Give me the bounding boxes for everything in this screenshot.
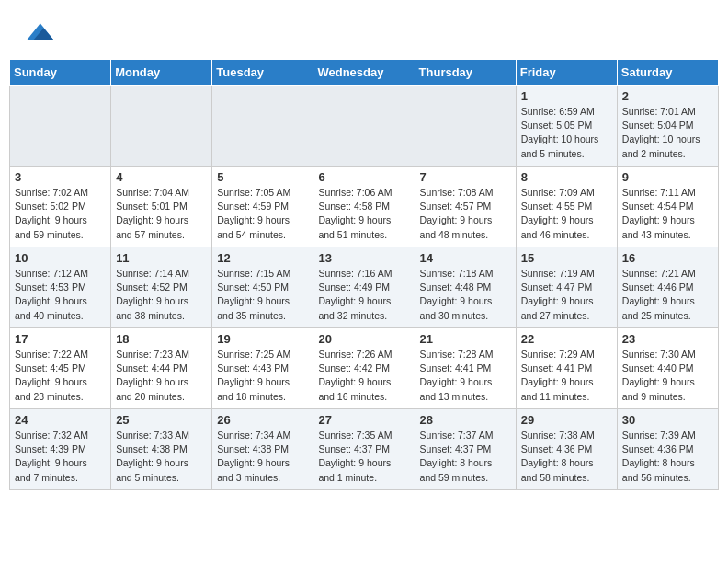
day-info: Sunrise: 7:38 AMSunset: 4:36 PMDaylight:… (521, 429, 612, 485)
day-number: 5 (217, 170, 308, 184)
day-number: 18 (116, 332, 207, 346)
day-info: Sunrise: 7:04 AMSunset: 5:01 PMDaylight:… (116, 186, 207, 242)
day-info: Sunrise: 7:15 AMSunset: 4:50 PMDaylight:… (217, 267, 308, 323)
weekday-friday: Friday (516, 60, 617, 86)
day-number: 8 (521, 170, 612, 184)
calendar-cell: 16Sunrise: 7:21 AMSunset: 4:46 PMDayligh… (617, 247, 718, 328)
calendar-cell: 23Sunrise: 7:30 AMSunset: 4:40 PMDayligh… (617, 328, 718, 409)
page-header (0, 0, 728, 59)
day-info: Sunrise: 7:06 AMSunset: 4:58 PMDaylight:… (318, 186, 409, 242)
calendar-cell: 28Sunrise: 7:37 AMSunset: 4:37 PMDayligh… (415, 409, 516, 490)
day-number: 12 (217, 251, 308, 265)
day-info: Sunrise: 7:28 AMSunset: 4:41 PMDaylight:… (420, 348, 511, 404)
day-info: Sunrise: 7:08 AMSunset: 4:57 PMDaylight:… (420, 186, 511, 242)
day-info: Sunrise: 7:05 AMSunset: 4:59 PMDaylight:… (217, 186, 308, 242)
day-info: Sunrise: 7:09 AMSunset: 4:55 PMDaylight:… (521, 186, 612, 242)
calendar-cell: 17Sunrise: 7:22 AMSunset: 4:45 PMDayligh… (10, 328, 111, 409)
day-info: Sunrise: 7:01 AMSunset: 5:04 PMDaylight:… (622, 105, 713, 161)
calendar-week-3: 17Sunrise: 7:22 AMSunset: 4:45 PMDayligh… (10, 328, 719, 409)
day-number: 2 (622, 89, 713, 103)
calendar-cell: 14Sunrise: 7:18 AMSunset: 4:48 PMDayligh… (415, 247, 516, 328)
day-number: 20 (318, 332, 409, 346)
day-number: 24 (15, 413, 106, 427)
day-number: 13 (318, 251, 409, 265)
day-info: Sunrise: 7:32 AMSunset: 4:39 PMDaylight:… (15, 429, 106, 485)
calendar-cell: 29Sunrise: 7:38 AMSunset: 4:36 PMDayligh… (516, 409, 617, 490)
calendar-cell: 21Sunrise: 7:28 AMSunset: 4:41 PMDayligh… (415, 328, 516, 409)
day-number: 16 (622, 251, 713, 265)
calendar-cell: 13Sunrise: 7:16 AMSunset: 4:49 PMDayligh… (313, 247, 415, 328)
day-info: Sunrise: 7:30 AMSunset: 4:40 PMDaylight:… (622, 348, 713, 404)
day-info: Sunrise: 7:35 AMSunset: 4:37 PMDaylight:… (318, 429, 409, 485)
day-info: Sunrise: 7:11 AMSunset: 4:54 PMDaylight:… (622, 186, 713, 242)
day-info: Sunrise: 7:37 AMSunset: 4:37 PMDaylight:… (420, 429, 511, 485)
logo-icon (22, 17, 55, 50)
calendar-cell: 3Sunrise: 7:02 AMSunset: 5:02 PMDaylight… (10, 167, 111, 247)
day-number: 19 (217, 332, 308, 346)
calendar-cell (111, 86, 212, 167)
day-number: 26 (217, 413, 308, 427)
calendar-cell: 12Sunrise: 7:15 AMSunset: 4:50 PMDayligh… (212, 247, 313, 328)
calendar-cell: 19Sunrise: 7:25 AMSunset: 4:43 PMDayligh… (212, 328, 313, 409)
day-info: Sunrise: 7:26 AMSunset: 4:42 PMDaylight:… (318, 348, 409, 404)
calendar-cell: 11Sunrise: 7:14 AMSunset: 4:52 PMDayligh… (111, 247, 212, 328)
weekday-wednesday: Wednesday (313, 60, 415, 86)
day-info: Sunrise: 7:22 AMSunset: 4:45 PMDaylight:… (15, 348, 106, 404)
day-info: Sunrise: 7:14 AMSunset: 4:52 PMDaylight:… (116, 267, 207, 323)
day-info: Sunrise: 7:19 AMSunset: 4:47 PMDaylight:… (521, 267, 612, 323)
weekday-monday: Monday (111, 60, 212, 86)
day-info: Sunrise: 7:12 AMSunset: 4:53 PMDaylight:… (15, 267, 106, 323)
calendar-cell: 20Sunrise: 7:26 AMSunset: 4:42 PMDayligh… (313, 328, 415, 409)
day-info: Sunrise: 7:16 AMSunset: 4:49 PMDaylight:… (318, 267, 409, 323)
day-info: Sunrise: 7:25 AMSunset: 4:43 PMDaylight:… (217, 348, 308, 404)
calendar-cell (212, 86, 313, 167)
day-number: 25 (116, 413, 207, 427)
day-info: Sunrise: 7:34 AMSunset: 4:38 PMDaylight:… (217, 429, 308, 485)
day-number: 9 (622, 170, 713, 184)
day-info: Sunrise: 7:02 AMSunset: 5:02 PMDaylight:… (15, 186, 106, 242)
day-info: Sunrise: 7:29 AMSunset: 4:41 PMDaylight:… (521, 348, 612, 404)
calendar-cell: 7Sunrise: 7:08 AMSunset: 4:57 PMDaylight… (415, 167, 516, 247)
day-info: Sunrise: 7:33 AMSunset: 4:38 PMDaylight:… (116, 429, 207, 485)
day-info: Sunrise: 6:59 AMSunset: 5:05 PMDaylight:… (521, 105, 612, 161)
calendar-cell: 4Sunrise: 7:04 AMSunset: 5:01 PMDaylight… (111, 167, 212, 247)
calendar-cell (415, 86, 516, 167)
calendar-cell: 15Sunrise: 7:19 AMSunset: 4:47 PMDayligh… (516, 247, 617, 328)
calendar-week-0: 1Sunrise: 6:59 AMSunset: 5:05 PMDaylight… (10, 86, 719, 167)
calendar-cell: 22Sunrise: 7:29 AMSunset: 4:41 PMDayligh… (516, 328, 617, 409)
day-number: 30 (622, 413, 713, 427)
calendar-cell (313, 86, 415, 167)
calendar-week-4: 24Sunrise: 7:32 AMSunset: 4:39 PMDayligh… (10, 409, 719, 490)
calendar-week-1: 3Sunrise: 7:02 AMSunset: 5:02 PMDaylight… (10, 167, 719, 247)
day-number: 4 (116, 170, 207, 184)
calendar-week-2: 10Sunrise: 7:12 AMSunset: 4:53 PMDayligh… (10, 247, 719, 328)
calendar-cell: 9Sunrise: 7:11 AMSunset: 4:54 PMDaylight… (617, 167, 718, 247)
day-number: 23 (622, 332, 713, 346)
calendar-cell: 5Sunrise: 7:05 AMSunset: 4:59 PMDaylight… (212, 167, 313, 247)
day-number: 11 (116, 251, 207, 265)
calendar-cell: 24Sunrise: 7:32 AMSunset: 4:39 PMDayligh… (10, 409, 111, 490)
calendar-cell: 8Sunrise: 7:09 AMSunset: 4:55 PMDaylight… (516, 167, 617, 247)
day-number: 10 (15, 251, 106, 265)
day-number: 15 (521, 251, 612, 265)
day-info: Sunrise: 7:18 AMSunset: 4:48 PMDaylight:… (420, 267, 511, 323)
weekday-header-row: SundayMondayTuesdayWednesdayThursdayFrid… (10, 60, 719, 86)
logo (22, 17, 61, 50)
weekday-sunday: Sunday (10, 60, 111, 86)
day-info: Sunrise: 7:39 AMSunset: 4:36 PMDaylight:… (622, 429, 713, 485)
calendar-cell (10, 86, 111, 167)
day-number: 6 (318, 170, 409, 184)
calendar-cell: 25Sunrise: 7:33 AMSunset: 4:38 PMDayligh… (111, 409, 212, 490)
day-info: Sunrise: 7:21 AMSunset: 4:46 PMDaylight:… (622, 267, 713, 323)
day-number: 14 (420, 251, 511, 265)
page-container: SundayMondayTuesdayWednesdayThursdayFrid… (0, 0, 728, 490)
day-number: 28 (420, 413, 511, 427)
calendar-cell: 26Sunrise: 7:34 AMSunset: 4:38 PMDayligh… (212, 409, 313, 490)
day-number: 21 (420, 332, 511, 346)
calendar-cell: 30Sunrise: 7:39 AMSunset: 4:36 PMDayligh… (617, 409, 718, 490)
weekday-thursday: Thursday (415, 60, 516, 86)
day-info: Sunrise: 7:23 AMSunset: 4:44 PMDaylight:… (116, 348, 207, 404)
weekday-tuesday: Tuesday (212, 60, 313, 86)
calendar-cell: 27Sunrise: 7:35 AMSunset: 4:37 PMDayligh… (313, 409, 415, 490)
calendar-cell: 18Sunrise: 7:23 AMSunset: 4:44 PMDayligh… (111, 328, 212, 409)
